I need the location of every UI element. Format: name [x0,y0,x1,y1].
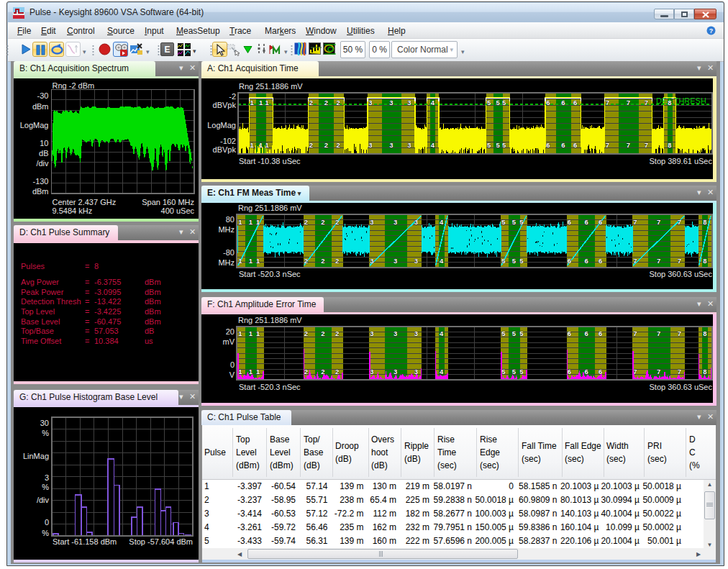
svg-text:6: 6 [584,329,588,337]
svg-text:LogMag: LogMag [20,121,49,129]
svg-text:1: 1 [238,218,242,226]
svg-text:8: 8 [668,99,671,106]
svg-text:Top Level: Top Level [21,307,55,316]
svg-text:2: 2 [304,257,308,265]
svg-text:1: 1 [249,257,253,265]
svg-text:Start -10.38 uSec: Start -10.38 uSec [239,157,301,165]
svg-text:dBm: dBm [32,102,49,111]
svg-text:5: 5 [502,141,506,149]
svg-text:Rng 251.1886 mV: Rng 251.1886 mV [238,204,302,212]
svg-text:3: 3 [370,368,373,375]
svg-text:1: 1 [249,218,253,226]
svg-text:2: 2 [324,99,328,106]
svg-text:7: 7 [657,257,660,265]
svg-text:1: 1 [238,329,242,337]
svg-text:Rng 251.1886 mV: Rng 251.1886 mV [238,316,302,324]
svg-text:-3.4225: -3.4225 [94,307,121,316]
svg-text:57.053: 57.053 [94,327,119,335]
svg-text:2: 2 [335,329,339,337]
svg-text:2: 2 [321,257,324,265]
svg-text:1: 1 [265,99,270,106]
svg-text:-60.475: -60.475 [94,317,121,326]
svg-text:1: 1 [259,99,263,106]
svg-text:Center 2.437 GHz: Center 2.437 GHz [53,198,117,206]
svg-text:6: 6 [561,99,565,106]
svg-text:3: 3 [370,218,373,226]
svg-text:-3.0995: -3.0995 [94,288,121,296]
svg-text:6: 6 [573,99,577,106]
svg-text:1: 1 [259,141,263,149]
svg-text:=: = [85,288,89,296]
svg-text:5: 5 [501,329,506,337]
svg-text:dB: dB [39,149,48,158]
svg-text:2: 2 [309,141,313,149]
svg-text:6: 6 [599,368,602,375]
svg-text:7: 7 [606,99,609,106]
svg-text:LinMag: LinMag [23,452,49,460]
svg-text:3: 3 [368,99,372,106]
svg-text:5: 5 [512,257,517,265]
svg-text:/div: /div [37,496,50,504]
svg-text:Pulses: Pulses [21,262,45,270]
svg-text:8: 8 [668,141,671,149]
svg-text:=: = [85,278,89,286]
svg-text:1: 1 [238,257,242,265]
svg-text:=: = [85,337,89,345]
svg-text:Rng -2 dBm: Rng -2 dBm [53,81,95,90]
svg-text:2: 2 [304,368,308,375]
svg-text:dBm: dBm [145,297,161,306]
svg-text:3: 3 [370,329,373,337]
svg-text:4: 4 [431,99,435,106]
svg-text:-6.3755: -6.3755 [94,278,121,286]
svg-text:1: 1 [238,368,242,375]
svg-text:Peak Power: Peak Power [21,288,64,296]
svg-text:2: 2 [324,141,328,149]
svg-text:0: 0 [45,518,49,527]
svg-text:=: = [85,317,89,326]
svg-text:7: 7 [678,257,681,265]
svg-text:-130: -130 [32,177,48,186]
svg-text:DET THRESH: DET THRESH [656,96,706,105]
svg-text:3: 3 [393,368,397,375]
svg-text:7: 7 [633,257,637,265]
svg-text:5: 5 [487,141,491,149]
svg-text:3: 3 [393,329,397,337]
svg-text:2: 2 [336,141,340,149]
svg-text:5: 5 [512,368,517,375]
svg-text:Stop 360.63 uSec: Stop 360.63 uSec [650,270,713,278]
svg-text:=: = [85,307,89,316]
svg-text:5: 5 [519,257,524,265]
svg-text:3: 3 [414,368,418,375]
svg-text:6: 6 [546,141,550,149]
svg-text:?: ? [709,27,714,35]
svg-text:%: % [42,429,49,437]
svg-text:3: 3 [407,141,411,149]
svg-text:6: 6 [568,329,571,337]
svg-text:1: 1 [250,99,254,106]
svg-text:us: us [145,337,153,345]
svg-text:mV: mV [223,337,235,346]
svg-text:5: 5 [519,368,524,375]
svg-text:10.384: 10.384 [94,337,119,345]
svg-text:2: 2 [321,368,324,375]
svg-text:5: 5 [501,368,506,375]
svg-text:7: 7 [678,329,681,337]
svg-text:5: 5 [519,218,524,226]
svg-text:Base Level: Base Level [21,317,60,326]
svg-text:3: 3 [45,473,49,482]
svg-text:6: 6 [568,257,571,265]
svg-text:0: 0 [230,360,235,369]
svg-text:8: 8 [703,218,706,226]
svg-text:V: V [229,370,235,379]
svg-text:1: 1 [256,368,260,375]
svg-text:7: 7 [657,218,660,226]
svg-text:8: 8 [703,257,706,265]
svg-text:8: 8 [703,368,706,375]
svg-text:4: 4 [440,368,444,375]
svg-text:Time Offset: Time Offset [21,337,61,345]
svg-text:7: 7 [657,329,660,337]
svg-text:Stop 389.61 uSec: Stop 389.61 uSec [650,157,713,165]
svg-text:4: 4 [440,218,444,226]
svg-text:3: 3 [414,257,418,265]
svg-text:2: 2 [335,218,339,226]
